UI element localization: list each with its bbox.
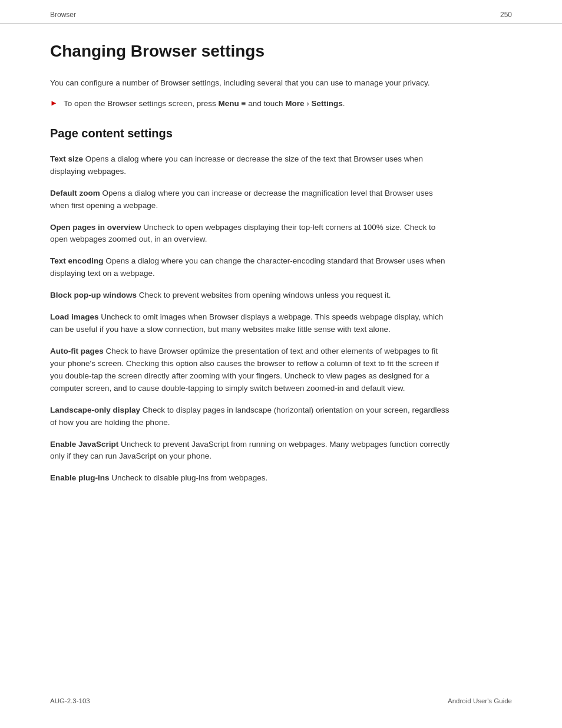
settings-open-pages: Open pages in overview Uncheck to open w… [50,222,451,246]
header-page-number: 250 [500,11,512,19]
settings-text-encoding: Text encoding Opens a dialog where you c… [50,255,451,280]
settings-text-encoding-paragraph: Text encoding Opens a dialog where you c… [50,255,451,280]
term-landscape: Landscape-only display [50,406,140,414]
header-section-label: Browser [50,11,76,19]
settings-default-zoom: Default zoom Opens a dialog where you ca… [50,187,451,212]
intro-text: You can configure a number of Browser se… [50,78,430,87]
settings-bold: Settings [311,99,342,108]
term-text-encoding: Text encoding [50,256,104,265]
settings-default-zoom-paragraph: Default zoom Opens a dialog where you ca… [50,187,451,212]
bullet-instruction-text: To open the Browser settings screen, pre… [64,98,345,110]
main-content: Changing Browser settings You can config… [0,24,562,518]
footer-bar: AUG-2.3-103 Android User's Guide [0,691,562,710]
settings-text-size-paragraph: Text size Opens a dialog where you can i… [50,153,451,178]
settings-plugins-paragraph: Enable plug-ins Uncheck to disable plug-… [50,472,451,485]
menu-bold: Menu [219,99,239,108]
intro-paragraph: You can configure a number of Browser se… [50,77,451,90]
term-open-pages: Open pages in overview [50,223,141,232]
bullet-instruction: ► To open the Browser settings screen, p… [50,98,451,110]
settings-block-popup-paragraph: Block pop-up windows Check to prevent we… [50,289,451,302]
settings-plugins: Enable plug-ins Uncheck to disable plug-… [50,472,451,485]
settings-auto-fit: Auto-fit pages Check to have Browser opt… [50,345,451,395]
settings-open-pages-paragraph: Open pages in overview Uncheck to open w… [50,222,451,246]
footer-doc-id: AUG-2.3-103 [50,697,90,704]
settings-auto-fit-paragraph: Auto-fit pages Check to have Browser opt… [50,345,451,395]
term-plugins: Enable plug-ins [50,473,110,482]
term-block-popup: Block pop-up windows [50,291,137,299]
settings-landscape: Landscape-only display Check to display … [50,404,451,429]
settings-load-images-paragraph: Load images Uncheck to omit images when … [50,311,451,336]
term-default-zoom: Default zoom [50,189,100,197]
term-auto-fit: Auto-fit pages [50,347,104,355]
footer-guide-title: Android User's Guide [448,697,512,704]
term-load-images: Load images [50,312,99,321]
settings-landscape-paragraph: Landscape-only display Check to display … [50,404,451,429]
settings-javascript-paragraph: Enable JavaScript Uncheck to prevent Jav… [50,439,451,463]
header-bar: Browser 250 [0,0,562,24]
more-bold: More [285,99,304,108]
bullet-arrow-icon: ► [50,98,58,107]
settings-javascript: Enable JavaScript Uncheck to prevent Jav… [50,439,451,463]
term-text-size: Text size [50,154,83,163]
page: Browser 250 Changing Browser settings Yo… [0,0,562,728]
page-title: Changing Browser settings [50,42,512,61]
settings-block-popup: Block pop-up windows Check to prevent we… [50,289,451,302]
section-heading: Page content settings [50,127,512,140]
term-javascript: Enable JavaScript [50,440,118,449]
settings-load-images: Load images Uncheck to omit images when … [50,311,451,336]
settings-text-size: Text size Opens a dialog where you can i… [50,153,451,178]
